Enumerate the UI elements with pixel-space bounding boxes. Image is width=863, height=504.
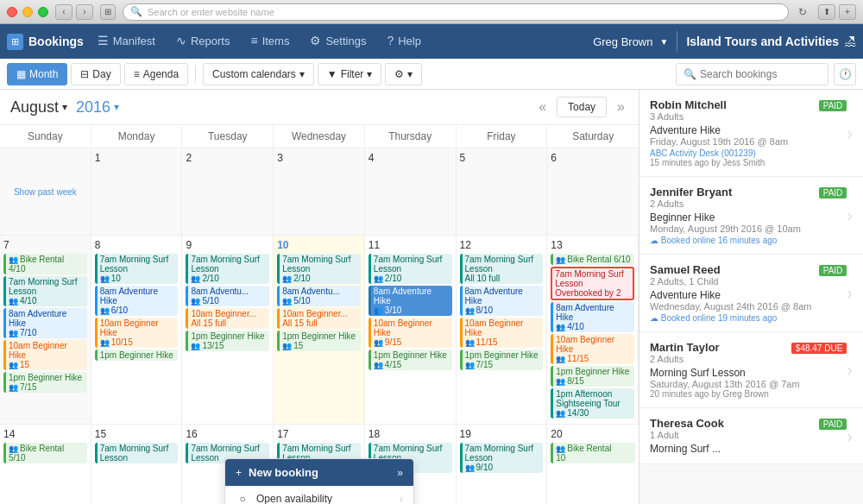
settings-gear-btn[interactable]: ⚙ ▾: [385, 63, 422, 85]
event-bike-20[interactable]: 👥Bike Rental10: [551, 443, 635, 463]
clock-button[interactable]: 🕐: [834, 63, 856, 85]
event-adv-7[interactable]: 8am AdventureHike👥7/10: [3, 308, 87, 338]
app-brand-text[interactable]: Bookings: [28, 35, 84, 48]
event-beg-13a[interactable]: 10am Beginner Hike👥11/15: [551, 334, 634, 364]
share-button[interactable]: ⬆: [818, 4, 835, 20]
event-surf-12[interactable]: 7am Morning Surf LessonAll 10 full: [460, 254, 544, 284]
back-arrow[interactable]: ‹: [55, 4, 72, 20]
event-beg-9a[interactable]: 10am Beginner...All 15 full: [186, 308, 269, 329]
nav-tab-help[interactable]: ? Help: [376, 24, 432, 59]
event-adv-10[interactable]: 8am Adventu...👥5/10: [277, 286, 361, 306]
event-bike-rental-7[interactable]: 👥Bike Rental4/10: [3, 254, 87, 274]
event-surf-9[interactable]: 7am Morning Surf Lesson👥2/10: [186, 254, 269, 284]
event-beg-11b[interactable]: 1pm Beginner Hike👥4/15: [369, 350, 452, 370]
next-month-btn[interactable]: »: [614, 99, 628, 115]
event-beg-12a[interactable]: 10am Beginner Hike👥11/15: [460, 318, 544, 348]
event-bike-14[interactable]: 👥Bike Rental5/10: [3, 443, 87, 463]
booking-item-samuel[interactable]: Samuel Reed PAID 2 Adults, 1 Child Adven…: [639, 255, 863, 332]
calendar-area: August ▾ 2016 ▾ « Today » Sunday Monday …: [0, 90, 639, 504]
window-icon: ⊞: [100, 4, 116, 20]
filter-btn[interactable]: ▼ Filter ▾: [318, 63, 382, 85]
event-surf-13[interactable]: 7am Morning Surf LessonOverbooked by 2: [551, 267, 634, 300]
booking-item-theresa[interactable]: Theresa Cook PAID 1 Adult Morning Surf .…: [639, 408, 863, 464]
month-chevron-icon[interactable]: ▾: [62, 101, 67, 113]
nav-tab-settings[interactable]: ⚙ Settings: [299, 24, 376, 59]
event-beg-13b[interactable]: 1pm Beginner Hike👥8/15: [551, 366, 634, 387]
booking-arrow-theresa[interactable]: ›: [847, 417, 853, 455]
event-beg-12b[interactable]: 1pm Beginner Hike👥7/15: [460, 350, 544, 370]
day-num-17: 17: [277, 428, 361, 440]
booking-item-jennifer[interactable]: Jennifer Bryant PAID 2 Adults Beginner H…: [639, 177, 863, 255]
event-beg-7a[interactable]: 10am Beginner Hike👥15: [3, 340, 87, 370]
prev-month-btn[interactable]: «: [535, 99, 550, 115]
booking-item-martin[interactable]: Martin Taylor $48.47 DUE 2 Adults Mornin…: [639, 332, 863, 408]
day-cell-13[interactable]: 13 👥Bike Rental 6/10 7am Morning Surf Le…: [547, 236, 639, 424]
custom-calendars-btn[interactable]: Custom calendars ▾: [203, 63, 314, 85]
event-beg-9b[interactable]: 1pm Beginner Hike👥13/15: [186, 331, 269, 351]
event-beg-8b[interactable]: 1pm Beginner Hike: [95, 350, 179, 361]
event-bike-13[interactable]: 👥Bike Rental 6/10: [551, 254, 634, 265]
traffic-lights[interactable]: [7, 7, 48, 17]
day-cell-7[interactable]: 7 👥Bike Rental4/10 7am Morning SurfLesso…: [0, 236, 91, 424]
close-button[interactable]: [7, 7, 17, 17]
day-view-btn[interactable]: ⊟ Day: [71, 63, 120, 85]
event-adv-9[interactable]: 8am Adventu...👥5/10: [186, 286, 269, 306]
booking-arrow-jennifer[interactable]: ›: [847, 186, 853, 245]
event-surf-11[interactable]: 7am Morning Surf Lesson👥2/10: [369, 254, 452, 284]
day-cell-11[interactable]: 11 7am Morning Surf Lesson👥2/10 8am Adve…: [365, 236, 457, 424]
user-area[interactable]: Greg Brown ▼: [593, 35, 668, 48]
minimize-button[interactable]: [22, 7, 33, 17]
day-num-20: 20: [551, 428, 635, 440]
day-label: Day: [92, 68, 110, 80]
booking-info-martin: Martin Taylor $48.47 DUE 2 Adults Mornin…: [650, 341, 847, 399]
event-beg-8a[interactable]: 10am Beginner Hike👥10/15: [95, 318, 179, 348]
new-tab-button[interactable]: +: [839, 4, 856, 20]
booking-arrow-martin[interactable]: ›: [847, 341, 853, 399]
nav-tab-items-label: Items: [262, 35, 290, 47]
booking-name-jennifer: Jennifer Bryant: [650, 186, 732, 198]
maximize-button[interactable]: [38, 7, 48, 17]
event-surf-19[interactable]: 7am Morning Surf Lesson👥9/10: [460, 443, 544, 473]
event-tour-13[interactable]: 1pm Afternoon Sightseeing Tour👥14/30: [551, 388, 634, 419]
day-cell-9[interactable]: 9 7am Morning Surf Lesson👥2/10 8am Adven…: [182, 236, 274, 424]
forward-arrow[interactable]: ›: [76, 4, 93, 20]
day-cell-8[interactable]: 8 7am Morning Surf Lesson👥10 8am Adventu…: [91, 236, 183, 424]
event-adv-8[interactable]: 8am Adventure Hike👥6/10: [95, 286, 179, 316]
day-cell-19[interactable]: 19 7am Morning Surf Lesson👥9/10: [457, 425, 548, 504]
event-adv-13[interactable]: 8am Adventure Hike👥4/10: [551, 302, 634, 332]
month-view-btn[interactable]: ▦ Month: [7, 63, 67, 85]
plus-icon: +: [236, 467, 242, 479]
reload-button[interactable]: ↻: [794, 3, 811, 21]
day-cell-12[interactable]: 12 7am Morning Surf LessonAll 10 full 8a…: [457, 236, 548, 424]
nav-tab-items[interactable]: ≡ Items: [240, 24, 299, 59]
event-adv-11[interactable]: 8am Adventure Hike👥3/10: [369, 286, 452, 316]
booking-arrow-samuel[interactable]: ›: [847, 263, 853, 323]
event-surf-10[interactable]: 7am Morning Surf Lesson👥2/10: [277, 254, 361, 284]
nav-tab-reports[interactable]: ∿ Reports: [166, 24, 241, 59]
show-past-week[interactable]: Show past week: [14, 187, 77, 197]
day-cell-20[interactable]: 20 👥Bike Rental10: [547, 425, 639, 504]
search-box[interactable]: 🔍: [676, 63, 828, 85]
agenda-view-btn[interactable]: ≡ Agenda: [124, 63, 188, 85]
today-btn[interactable]: Today: [557, 97, 607, 117]
clock-icon: 🕐: [839, 68, 852, 80]
url-bar[interactable]: 🔍 Search or enter website name: [123, 3, 789, 21]
nav-tab-manifest[interactable]: ☰ Manifest: [87, 24, 166, 59]
event-surf-7[interactable]: 7am Morning SurfLesson👥4/10: [3, 276, 87, 306]
booking-arrow-robin[interactable]: ›: [847, 98, 853, 167]
open-availability-item[interactable]: ○ Open availability ›: [225, 486, 413, 504]
day-cell-15[interactable]: 15 7am Morning Surf Lesson: [91, 425, 183, 504]
event-beg-11a[interactable]: 10am Beginner Hike👥9/15: [369, 318, 452, 348]
event-beg-10b[interactable]: 1pm Beginner Hike👥15: [277, 331, 361, 351]
day-cell-10[interactable]: 10 7am Morning Surf Lesson👥2/10 8am Adve…: [274, 236, 365, 424]
event-surf-15[interactable]: 7am Morning Surf Lesson: [95, 443, 179, 463]
event-beg-7b[interactable]: 1pm Beginner Hike👥7/15: [3, 372, 87, 393]
day-num-13: 13: [551, 239, 634, 251]
event-beg-10a[interactable]: 10am Beginner...All 15 full: [277, 308, 361, 329]
booking-item-robin[interactable]: Robin Mitchell PAID 3 Adults Adventure H…: [639, 90, 863, 177]
event-adv-12[interactable]: 8am Adventure Hike👥8/10: [460, 286, 544, 316]
year-chevron-icon[interactable]: ▾: [114, 101, 119, 113]
search-input[interactable]: [700, 68, 821, 80]
event-surf-8[interactable]: 7am Morning Surf Lesson👥10: [95, 254, 179, 284]
day-cell-14[interactable]: 14 👥Bike Rental5/10: [0, 425, 91, 504]
